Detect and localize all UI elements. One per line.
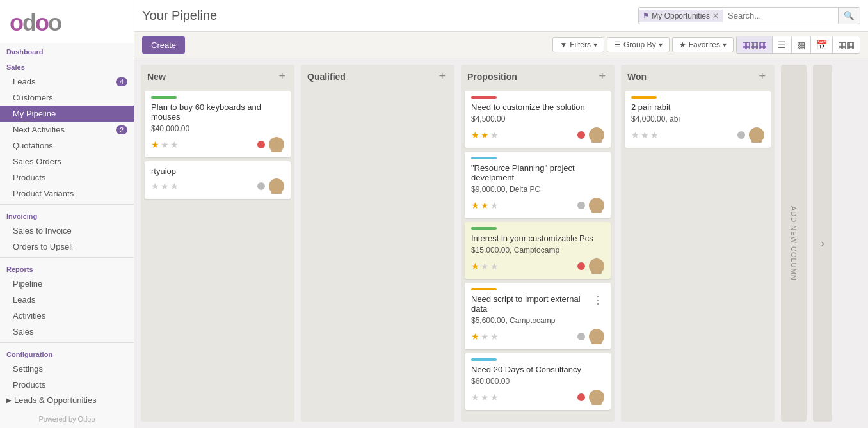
calendar-icon: 📅	[816, 40, 827, 50]
kanban-view-button[interactable]: ▦▦▦	[737, 36, 773, 53]
activity-dot-red	[577, 131, 585, 139]
star-3: ★	[170, 181, 179, 191]
card-menu-button[interactable]: ⋮	[591, 294, 604, 306]
svg-point-2	[273, 181, 280, 187]
col-title-won: Won	[627, 72, 647, 82]
card-stars[interactable]: ★ ★ ★	[471, 331, 499, 342]
sidebar-item-sales-invoice[interactable]: Sales to Invoice	[0, 223, 134, 239]
list-view-button[interactable]: ☰	[773, 36, 792, 53]
sidebar-item-settings[interactable]: Settings	[0, 361, 134, 377]
svg-point-1	[271, 148, 282, 152]
kanban-card-4[interactable]: "Resource Planning" project develpment $…	[465, 152, 611, 218]
sidebar-item-next-activities[interactable]: Next Activities 2	[0, 122, 134, 138]
card-stars[interactable]: ★ ★ ★	[151, 181, 179, 191]
create-button[interactable]: Create	[142, 36, 185, 54]
add-card-proposition-button[interactable]: +	[596, 70, 608, 83]
sidebar-item-pipeline[interactable]: Pipeline	[0, 276, 134, 292]
card-amount: $4,000.00, abi	[631, 115, 764, 123]
search-tag-my-opportunities[interactable]: ⚑ My Opportunities ✕	[639, 10, 723, 22]
svg-point-7	[591, 209, 602, 213]
search-button[interactable]: 🔍	[838, 8, 860, 24]
search-input[interactable]	[723, 8, 838, 23]
card-color-bar	[631, 96, 657, 99]
card-title: Need to customize the solution	[471, 102, 604, 112]
card-stars[interactable]: ★ ★ ★	[471, 130, 499, 140]
kanban-column-new: New + Plan to buy 60 keyboards and mouse…	[141, 65, 294, 422]
card-actions	[577, 258, 604, 274]
add-card-new-button[interactable]: +	[276, 70, 288, 83]
sidebar-group-leads-opportunities[interactable]: ▶ Leads & Opportunities	[0, 393, 134, 408]
kanban-col-header-proposition: Proposition +	[461, 65, 615, 88]
chart-view-button[interactable]: ▩	[792, 36, 811, 53]
sidebar-item-config-products[interactable]: Products	[0, 377, 134, 393]
svg-point-15	[751, 138, 762, 143]
card-actions	[577, 198, 604, 213]
search-tag-label: My Opportunities	[652, 12, 710, 20]
star-3: ★	[490, 130, 499, 140]
group-by-button[interactable]: ☰ Group By ▾	[607, 37, 670, 52]
filter-icon: ⚑	[643, 12, 649, 20]
sidebar-item-sales-report[interactable]: Sales	[0, 324, 134, 340]
card-amount: $15,000.00, Camptocamp	[471, 246, 604, 255]
kanban-card-8[interactable]: 2 pair rabit $4,000.00, abi ★ ★ ★	[625, 91, 771, 148]
kanban-card-5[interactable]: Interest in your customizable Pcs $15,00…	[465, 222, 611, 279]
sidebar-item-products[interactable]: Products	[0, 170, 134, 186]
avatar	[589, 198, 604, 213]
kanban-card-2[interactable]: rtyuiop ★ ★ ★	[145, 161, 291, 199]
chevron-right-icon: ▶	[6, 397, 12, 404]
avatar	[269, 178, 284, 194]
svg-point-12	[593, 392, 600, 399]
svg-point-5	[591, 138, 602, 143]
sidebar-item-product-variants[interactable]: Product Variants	[0, 186, 134, 202]
svg-point-14	[753, 130, 760, 136]
sidebar-item-leads-report[interactable]: Leads	[0, 292, 134, 308]
add-new-column-button[interactable]: ADD NEW COLUMN	[781, 65, 807, 422]
sidebar-item-customers[interactable]: Customers	[0, 90, 134, 106]
favorites-button[interactable]: ★ Favorites ▾	[672, 37, 734, 52]
card-footer: ★ ★ ★	[631, 127, 764, 143]
add-card-won-button[interactable]: +	[756, 70, 768, 83]
pivot-view-button[interactable]: ▦▦	[833, 36, 860, 53]
svg-point-10	[593, 331, 600, 338]
card-stars[interactable]: ★ ★ ★	[631, 130, 659, 140]
card-stars[interactable]: ★ ★ ★	[471, 261, 499, 271]
star-icon: ★	[679, 40, 686, 49]
svg-point-8	[593, 261, 600, 267]
chevron-right-icon: ›	[821, 237, 824, 250]
svg-point-13	[591, 400, 602, 405]
kanban-cards-new: Plan to buy 60 keyboards and mouses $40,…	[141, 88, 294, 422]
sidebar-item-my-pipeline[interactable]: My Pipeline	[0, 106, 134, 122]
card-stars[interactable]: ★ ★ ★	[471, 392, 499, 402]
kanban-card-3[interactable]: Need to customize the solution $4,500.00…	[465, 91, 611, 148]
divider-config	[0, 342, 134, 343]
card-stars[interactable]: ★ ★ ★	[471, 200, 499, 210]
filters-button[interactable]: ▼ Filters ▾	[552, 37, 604, 52]
star-3: ★	[650, 130, 659, 140]
sidebar-item-leads[interactable]: Leads 4	[0, 74, 134, 90]
filters-chevron-icon: ▾	[593, 40, 597, 49]
star-1: ★	[631, 130, 639, 140]
close-tag-icon[interactable]: ✕	[712, 12, 719, 20]
card-actions	[577, 329, 604, 344]
sidebar-item-activities-report[interactable]: Activities	[0, 308, 134, 324]
add-card-qualified-button[interactable]: +	[436, 70, 448, 83]
kanban-card-7[interactable]: Need 20 Days of Consultancy $60,000.00 ★…	[465, 353, 611, 410]
card-color-bar	[471, 96, 497, 99]
sidebar-item-orders-upsell[interactable]: Orders to Upsell	[0, 239, 134, 255]
star-1: ★	[471, 200, 479, 210]
list-icon: ☰	[778, 40, 786, 50]
kanban-col-header-won: Won +	[621, 65, 775, 88]
star-3: ★	[490, 200, 499, 210]
logo: odoo	[10, 10, 124, 36]
card-amount: $60,000.00	[471, 377, 604, 386]
topbar-right: ⚑ My Opportunities ✕ 🔍	[638, 7, 860, 24]
sidebar-item-sales-orders[interactable]: Sales Orders	[0, 154, 134, 170]
divider-invoicing	[0, 204, 134, 205]
scroll-right-button[interactable]: ›	[813, 65, 832, 422]
kanban-card-1[interactable]: Plan to buy 60 keyboards and mouses $40,…	[145, 91, 291, 157]
star-1: ★	[151, 139, 159, 150]
calendar-view-button[interactable]: 📅	[811, 36, 833, 53]
card-stars[interactable]: ★ ★ ★	[151, 139, 179, 150]
kanban-card-6[interactable]: Need script to Import external data ⋮ $5…	[465, 283, 611, 349]
sidebar-item-quotations[interactable]: Quotations	[0, 138, 134, 154]
